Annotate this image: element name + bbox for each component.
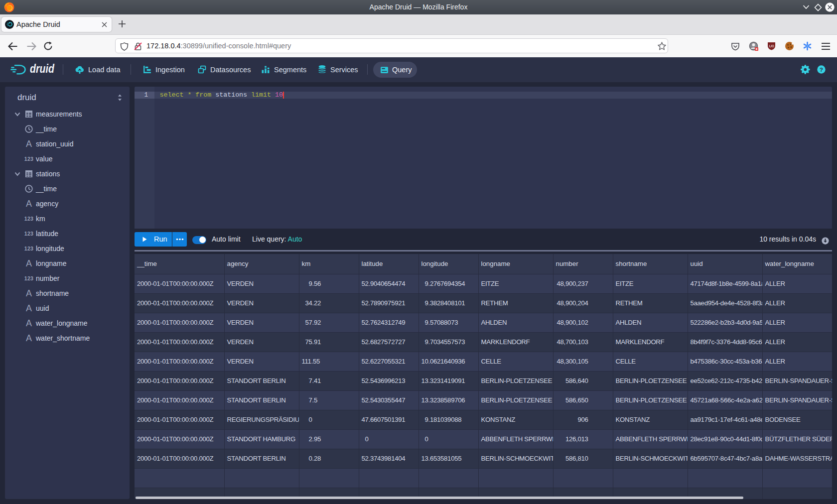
svg-text:U0: U0 <box>769 44 774 48</box>
svg-text:?: ? <box>820 67 823 73</box>
